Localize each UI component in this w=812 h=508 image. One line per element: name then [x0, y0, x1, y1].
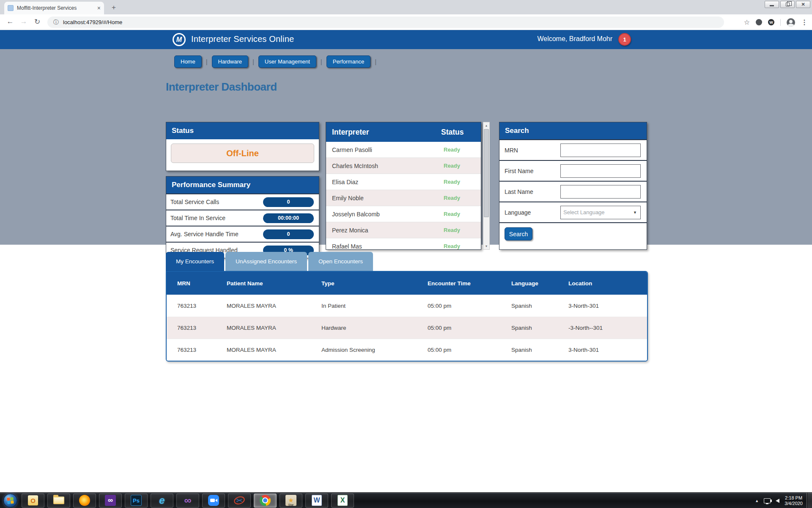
outlook-glyph: O: [28, 495, 38, 505]
interpreter-row[interactable]: Rafael MasReady: [326, 238, 481, 250]
scrollbar-thumb[interactable]: [484, 129, 489, 217]
notification-badge[interactable]: 1: [618, 33, 631, 46]
zoom-app-icon[interactable]: [202, 494, 225, 508]
favicon-icon: [8, 5, 14, 11]
tab-my-encounters[interactable]: My Encounters: [166, 252, 224, 271]
cell-patient-name: MORALES MAYRA: [216, 347, 311, 353]
address-bar[interactable]: ⓘ localhost:47929/#/Home: [47, 17, 724, 28]
interpreter-row[interactable]: Charles McIntoshReady: [326, 158, 481, 174]
nav-button-user-management[interactable]: User Management: [258, 55, 316, 68]
language-selected-value: Select Language: [563, 209, 605, 215]
extension-w-icon[interactable]: W: [768, 19, 774, 25]
internet-explorer-icon[interactable]: e: [151, 494, 173, 508]
nav-button-hardware[interactable]: Hardware: [212, 55, 248, 68]
profile-avatar-icon[interactable]: [787, 18, 795, 27]
interpreter-row[interactable]: Emily NobleReady: [326, 190, 481, 206]
visual-studio-2013-icon[interactable]: ∞: [176, 494, 199, 508]
page-viewport: M Interpreter Services Online Welcome, B…: [0, 30, 812, 492]
word-icon[interactable]: W: [305, 494, 328, 508]
offline-status-button[interactable]: Off-Line: [171, 144, 314, 163]
url-text: localhost:47929/#/Home: [63, 19, 122, 25]
photoshop-icon[interactable]: Ps: [125, 494, 148, 508]
scroll-up-icon[interactable]: ▲: [483, 122, 489, 129]
firefox-icon[interactable]: [73, 494, 96, 508]
perf-value-pill: 00:00:00: [263, 213, 314, 223]
site-info-icon[interactable]: ⓘ: [53, 19, 59, 26]
close-icon: ✕: [801, 2, 805, 7]
star-app-label: Star: [280, 503, 302, 506]
last-name-input[interactable]: [560, 185, 641, 199]
back-icon[interactable]: ←: [5, 17, 15, 26]
chrome-icon[interactable]: [254, 494, 277, 508]
encounters-table-header: MRNPatient NameTypeEncounter TimeLanguag…: [167, 272, 647, 295]
search-row-language: Language Select Language ▼: [499, 202, 647, 222]
interpreter-row[interactable]: Josselyn BalcombReady: [326, 206, 481, 222]
table-row[interactable]: 763213MORALES MAYRAAdmission Screening05…: [167, 339, 647, 361]
cell-type: Admission Screening: [311, 347, 417, 353]
start-button[interactable]: [3, 494, 17, 508]
browser-menu-icon[interactable]: ⋮: [801, 18, 808, 26]
forward-icon[interactable]: →: [19, 17, 29, 26]
new-tab-button[interactable]: +: [109, 3, 118, 12]
table-row[interactable]: 763213MORALES MAYRAHardware05:00 pmSpani…: [167, 317, 647, 339]
interpreter-name: Rafael Mas: [326, 243, 362, 250]
mrn-input[interactable]: [560, 144, 641, 157]
restore-button[interactable]: [780, 1, 795, 8]
interpreter-column-header: Interpreter: [332, 128, 369, 137]
status-body: Off-Line: [166, 139, 319, 167]
interpreter-list: Carmen PasolliReadyCharles McIntoshReady…: [326, 142, 481, 250]
cell-type: In Patient: [311, 303, 417, 309]
tab-close-icon[interactable]: ×: [97, 5, 101, 11]
outlook-icon[interactable]: O: [22, 494, 44, 508]
cell-location: 3-North-301: [558, 303, 647, 309]
table-row[interactable]: 763213MORALES MAYRAIn Patient05:00 pmSpa…: [167, 295, 647, 317]
first-name-input[interactable]: [560, 164, 641, 178]
file-explorer-icon[interactable]: [47, 494, 70, 508]
column-header-patient-name: Patient Name: [216, 280, 311, 287]
mrn-label: MRN: [505, 147, 518, 154]
window-controls: ✕: [765, 1, 810, 8]
nav-button-home[interactable]: Home: [174, 55, 202, 68]
tab-open-encounters[interactable]: Open Encounters: [308, 252, 373, 271]
search-panel-title: Search: [499, 122, 647, 139]
cell-mrn: 763213: [167, 347, 216, 353]
perf-row-avg-handle-time: Avg. Service Handle Time 0: [166, 226, 319, 242]
nav-button-performance[interactable]: Performance: [326, 55, 370, 68]
search-row-mrn: MRN: [499, 139, 647, 160]
perf-row-total-calls: Total Service Calls 0: [166, 193, 319, 210]
last-name-label: Last Name: [505, 188, 533, 195]
volume-icon[interactable]: [776, 499, 779, 503]
extension-icon[interactable]: [756, 19, 762, 25]
perf-label: Total Service Calls: [170, 199, 219, 205]
star-app-icon[interactable]: ★Star: [280, 494, 302, 508]
visual-studio-icon[interactable]: ∞: [99, 494, 122, 508]
search-row-first-name: First Name: [499, 160, 647, 181]
browser-tab[interactable]: Moffitt-Interpreter Services ×: [4, 2, 104, 14]
column-header-language: Language: [501, 280, 558, 287]
interpreter-row[interactable]: Perez MonicaReady: [326, 222, 481, 238]
language-select[interactable]: Select Language ▼: [560, 206, 641, 219]
scroll-down-icon[interactable]: ▼: [483, 243, 489, 249]
snipping-tool-icon[interactable]: ✂: [228, 494, 251, 508]
first-name-label: First Name: [505, 168, 533, 174]
excel-icon[interactable]: X: [331, 494, 354, 508]
taskbar-clock[interactable]: 2:18 PM 3/4/2020: [785, 495, 803, 506]
close-button[interactable]: ✕: [796, 1, 810, 8]
interpreter-row[interactable]: Elisa DiazReady: [326, 174, 481, 190]
show-desktop-button[interactable]: [807, 493, 812, 508]
restore-icon: [786, 3, 790, 6]
windows-flag-icon: [7, 497, 14, 505]
column-header-type: Type: [311, 280, 417, 287]
network-icon[interactable]: [764, 498, 771, 503]
interpreter-scrollbar[interactable]: ▲ ▼: [483, 122, 490, 250]
perf-label: Avg. Service Handle Time: [170, 231, 239, 237]
tray-expand-icon[interactable]: ▲: [755, 499, 759, 503]
bookmark-star-icon[interactable]: ☆: [744, 18, 750, 26]
dashboard-area: Home|Hardware|User Management|Performanc…: [0, 49, 812, 245]
minimize-button[interactable]: [765, 1, 779, 8]
interpreter-row[interactable]: Carmen PasolliReady: [326, 142, 481, 158]
tab-unassigned-encounters[interactable]: UnAssigned Encounters: [225, 252, 307, 271]
chevron-down-icon: ▼: [633, 210, 637, 215]
reload-icon[interactable]: ↻: [32, 17, 42, 26]
search-button[interactable]: Search: [505, 227, 532, 240]
